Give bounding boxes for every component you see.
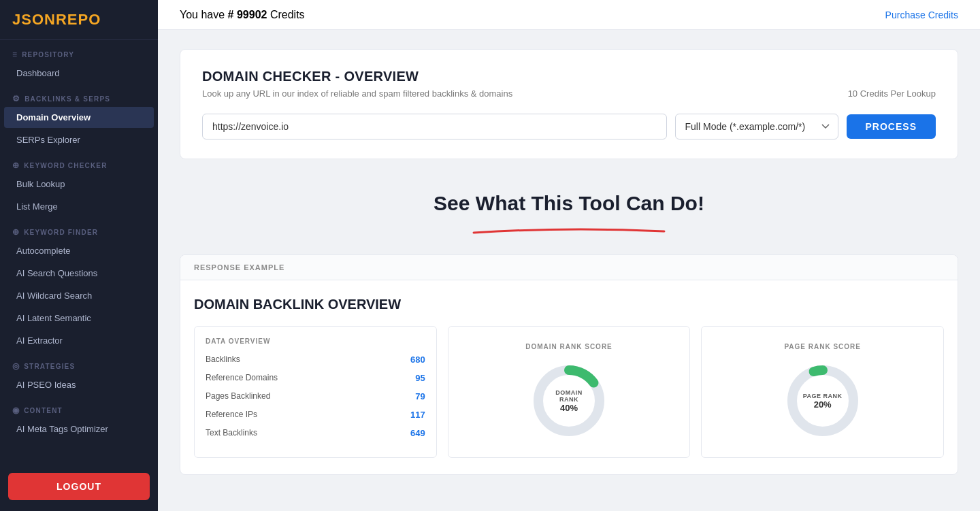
sidebar-item-ai-extractor[interactable]: AI Extractor bbox=[4, 330, 154, 351]
demo-title: See What This Tool Can Do! bbox=[180, 192, 958, 215]
stat-row-pages-backlinked: Pages Backlinked 79 bbox=[206, 391, 425, 401]
data-overview-col: DATA OVERVIEW Backlinks 680 Reference Do… bbox=[194, 326, 437, 458]
card-subtitle: Look up any URL in our index of reliable… bbox=[202, 88, 936, 99]
menu-icon: ≡ bbox=[12, 50, 18, 59]
response-body-title: DOMAIN BACKLINK OVERVIEW bbox=[194, 297, 944, 312]
sidebar-item-autocomplete[interactable]: Autocomplete bbox=[4, 240, 154, 261]
stat-row-text-backlinks: Text Backlinks 649 bbox=[206, 428, 425, 438]
target-icon: ⊕ bbox=[12, 227, 20, 237]
overview-grid: DATA OVERVIEW Backlinks 680 Reference Do… bbox=[194, 326, 944, 458]
card-title: DOMAIN CHECKER - OVERVIEW bbox=[202, 69, 936, 84]
section-keyword-finder: ⊕ KEYWORD FINDER bbox=[0, 218, 158, 240]
input-row: Full Mode (*.example.com/*) Exact Mode (… bbox=[202, 114, 936, 139]
data-overview-title: DATA OVERVIEW bbox=[206, 337, 425, 345]
sidebar-item-serps-explorer[interactable]: SERPs Explorer bbox=[4, 129, 154, 150]
demo-underline bbox=[467, 226, 671, 235]
stat-value-reference-ips: 117 bbox=[410, 410, 425, 420]
stat-label-reference-ips: Reference IPs bbox=[206, 410, 257, 420]
domain-rank-col: DOMAIN RANK SCORE DOMAIN RANK 40% bbox=[448, 326, 691, 458]
topbar: You have # 99902 Credits Purchase Credit… bbox=[158, 0, 980, 30]
credits-display: You have # 99902 Credits bbox=[180, 9, 305, 21]
main-content: You have # 99902 Credits Purchase Credit… bbox=[158, 0, 980, 511]
section-keyword-checker: ⊕ KEYWORD CHECKER bbox=[0, 151, 158, 173]
sidebar-item-ai-latent-semantic[interactable]: AI Latent Semantic bbox=[4, 308, 154, 329]
section-content: ◉ CONTENT bbox=[0, 396, 158, 418]
circle-plus-icon: ⊕ bbox=[12, 161, 20, 170]
domain-rank-chart: DOMAIN RANK 40% bbox=[528, 360, 610, 442]
sidebar-item-ai-pseo-ideas[interactable]: AI PSEO Ideas bbox=[4, 374, 154, 395]
mode-select[interactable]: Full Mode (*.example.com/*) Exact Mode (… bbox=[675, 114, 838, 139]
stat-label-pages-backlinked: Pages Backlinked bbox=[206, 391, 270, 401]
stat-value-text-backlinks: 649 bbox=[410, 428, 425, 438]
purchase-credits-link[interactable]: Purchase Credits bbox=[885, 10, 958, 20]
page-rank-chart: PAGE RANK 20% bbox=[782, 360, 864, 442]
stat-value-reference-domains: 95 bbox=[415, 373, 425, 383]
response-header: RESPONSE EXAMPLE bbox=[180, 255, 958, 280]
gear-icon: ⚙ bbox=[12, 94, 20, 103]
response-card: RESPONSE EXAMPLE DOMAIN BACKLINK OVERVIE… bbox=[180, 254, 958, 475]
stat-label-backlinks: Backlinks bbox=[206, 355, 240, 365]
stat-row-reference-domains: Reference Domains 95 bbox=[206, 373, 425, 383]
sidebar-item-dashboard[interactable]: Dashboard bbox=[4, 63, 154, 84]
content-icon: ◉ bbox=[12, 406, 20, 415]
stat-label-reference-domains: Reference Domains bbox=[206, 373, 278, 383]
credits-per-lookup: 10 Credits Per Lookup bbox=[848, 88, 936, 99]
stat-row-backlinks: Backlinks 680 bbox=[206, 355, 425, 365]
url-input[interactable] bbox=[202, 114, 667, 139]
domain-checker-card: DOMAIN CHECKER - OVERVIEW Look up any UR… bbox=[180, 49, 958, 159]
section-repository: ≡ REPOSITORY bbox=[0, 40, 158, 62]
sidebar-item-list-merge[interactable]: List Merge bbox=[4, 196, 154, 217]
page-rank-title: PAGE RANK SCORE bbox=[784, 343, 861, 350]
demo-section: See What This Tool Can Do! bbox=[180, 178, 958, 254]
sidebar-item-bulk-lookup[interactable]: Bulk Lookup bbox=[4, 174, 154, 195]
stat-row-reference-ips: Reference IPs 117 bbox=[206, 410, 425, 420]
logo: JSONREPO bbox=[0, 0, 158, 40]
sidebar-item-domain-overview[interactable]: Domain Overview bbox=[4, 107, 154, 128]
sidebar-item-ai-meta-tags[interactable]: AI Meta Tags Optimizer bbox=[4, 418, 154, 440]
stat-label-text-backlinks: Text Backlinks bbox=[206, 428, 257, 438]
content-area: DOMAIN CHECKER - OVERVIEW Look up any UR… bbox=[158, 30, 980, 494]
section-strategies: ◎ STRATEGIES bbox=[0, 352, 158, 374]
page-rank-col: PAGE RANK SCORE PAGE RANK 20% bbox=[701, 326, 944, 458]
bullseye-icon: ◎ bbox=[12, 361, 20, 371]
stat-value-backlinks: 680 bbox=[410, 355, 425, 365]
sidebar-item-ai-search-questions[interactable]: AI Search Questions bbox=[4, 263, 154, 284]
domain-rank-title: DOMAIN RANK SCORE bbox=[525, 343, 612, 350]
logout-button[interactable]: LOGOUT bbox=[8, 473, 150, 500]
process-button[interactable]: PROCESS bbox=[847, 114, 936, 139]
stat-value-pages-backlinked: 79 bbox=[415, 391, 425, 401]
sidebar-item-ai-wildcard-search[interactable]: AI Wildcard Search bbox=[4, 285, 154, 306]
sidebar: JSONREPO ≡ REPOSITORY Dashboard ⚙ BACKLI… bbox=[0, 0, 158, 511]
domain-rank-label: DOMAIN RANK 40% bbox=[549, 389, 589, 412]
page-rank-label: PAGE RANK 20% bbox=[803, 392, 843, 409]
section-backlinks: ⚙ BACKLINKS & SERPS bbox=[0, 84, 158, 106]
response-body: DOMAIN BACKLINK OVERVIEW DATA OVERVIEW B… bbox=[180, 280, 958, 474]
